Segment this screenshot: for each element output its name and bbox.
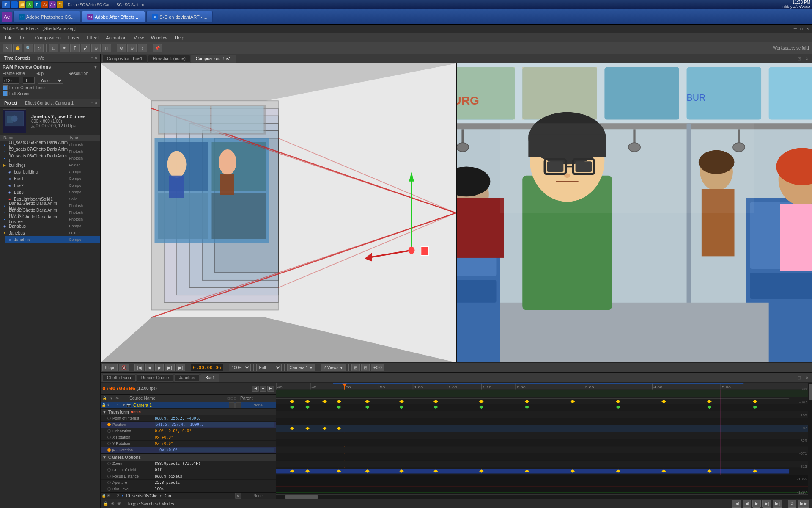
l2-solo[interactable]: ☀: [107, 494, 110, 498]
tool-eraser[interactable]: ◻: [102, 44, 111, 52]
panel-close-icon[interactable]: ✕: [94, 56, 98, 61]
close-button[interactable]: ✕: [806, 26, 809, 31]
play-btn[interactable]: ▶: [155, 364, 164, 371]
tab-janebus[interactable]: Janebus: [174, 374, 200, 382]
list-item[interactable]: ▪ Daria3/Ghetto Daria Anim bus_ee Photos…: [0, 216, 100, 223]
effect-controls-tab[interactable]: Effect Controls: Camera 1: [23, 100, 75, 106]
tool-camera-orbit[interactable]: ⊙: [117, 44, 126, 52]
list-item[interactable]: ◈ Bus3 Compo: [5, 189, 100, 196]
timeline-scrollbar-v[interactable]: [808, 383, 812, 499]
safe-zones-btn[interactable]: ⊟: [361, 364, 370, 371]
layer-row-camera[interactable]: 🔒 ☀ 1 ▼ 📷 Camera 1 None: [101, 402, 276, 409]
next-frame-btn[interactable]: ▶|: [165, 364, 175, 371]
frame-rate-input[interactable]: [3, 77, 19, 84]
transform-reset[interactable]: Reset: [131, 410, 141, 414]
fd-dot[interactable]: [107, 475, 111, 478]
list-item[interactable]: ◈ Bus1 Compo: [5, 175, 100, 182]
l2-switch[interactable]: fx: [235, 493, 241, 499]
menu-window[interactable]: Window: [148, 34, 171, 41]
panel-menu-icon[interactable]: ≡: [91, 56, 93, 61]
maximize-button[interactable]: □: [800, 26, 803, 31]
tool-camera-track[interactable]: ⊕: [127, 44, 137, 52]
taskbar-icon-fl[interactable]: Fl: [57, 1, 63, 8]
position-keyframe-dot[interactable]: [107, 423, 111, 426]
time-controls-tab[interactable]: Time Controls: [3, 55, 32, 61]
tl-expand-icon[interactable]: ⊡: [796, 375, 803, 380]
xrot-keyframe-dot[interactable]: [107, 436, 111, 439]
taskbar-icon-ae[interactable]: Ae: [49, 1, 56, 8]
tab-render-queue[interactable]: Render Queue: [137, 374, 174, 382]
grid-btn[interactable]: ⊞: [351, 364, 360, 371]
taskbar-icon-ai[interactable]: Ai: [41, 1, 48, 8]
list-item[interactable]: ▶ buildings Folder: [0, 162, 100, 168]
list-item[interactable]: ◈ bus_building Compo: [5, 168, 100, 175]
visibility-col[interactable]: 👁: [115, 396, 119, 400]
tl-prev-key[interactable]: ◀: [252, 386, 259, 392]
menu-effect[interactable]: Effect: [83, 34, 102, 41]
camera-options-header[interactable]: ▼ Camera Options: [101, 454, 276, 461]
flowchart-tab[interactable]: Flowchart: (none): [148, 55, 190, 63]
taskbar-icon-ie[interactable]: e: [11, 1, 18, 8]
camera-expand-icon[interactable]: ▼: [122, 403, 126, 407]
list-item[interactable]: ▪ 10_seats 08/Ghetto DariaAnim b Photosh: [0, 155, 100, 162]
menu-animation[interactable]: Animation: [102, 34, 130, 41]
comp-bus1-tab[interactable]: Composition: Bus1: [191, 55, 236, 63]
layer-solo[interactable]: ☀: [107, 403, 110, 407]
tab-ghetto-daria[interactable]: Ghetto Daria: [102, 374, 136, 382]
scrollbar-thumb-v[interactable]: [809, 384, 812, 400]
layer-lock[interactable]: 🔒: [102, 403, 106, 407]
dof-value[interactable]: Off: [155, 468, 274, 472]
bpc-btn[interactable]: 8 bpc: [102, 364, 118, 371]
project-tab[interactable]: Project: [3, 100, 19, 106]
photoshop-tab[interactable]: P Adobe Photoshop CS...: [13, 11, 80, 23]
solo-col[interactable]: ☀: [110, 396, 113, 400]
timeline-scrollbar-h[interactable]: [276, 494, 808, 499]
loop-btn[interactable]: ↺: [788, 500, 796, 508]
lock-icon[interactable]: 🔒: [103, 501, 108, 506]
quality-dropdown[interactable]: Full Half Quarter: [256, 364, 282, 371]
browser-tab[interactable]: e S-C on deviantART - ...: [146, 11, 213, 23]
toggle-switches-btn[interactable]: Toggle Switches / Modes: [127, 501, 174, 506]
tl-add-key[interactable]: ◆: [260, 386, 266, 392]
visibility-icon[interactable]: 👁: [117, 501, 121, 506]
project-close-icon[interactable]: ✕: [94, 101, 98, 105]
tab-bus1[interactable]: Bus1: [200, 374, 219, 382]
menu-composition[interactable]: Composition: [32, 34, 64, 41]
zoom-dot[interactable]: [107, 462, 111, 465]
list-item[interactable]: ◈ Janebus Compo: [5, 236, 100, 243]
menu-help[interactable]: Help: [171, 34, 188, 41]
list-item[interactable]: ◈ Bus2 Compo: [5, 182, 100, 189]
taskbar-icon-ps[interactable]: P: [34, 1, 41, 8]
aperture-value[interactable]: 25.3 pixels: [155, 480, 274, 485]
tl-next-key[interactable]: ▶: [267, 386, 274, 392]
menu-layer[interactable]: Layer: [65, 34, 83, 41]
tool-zoom[interactable]: 🔍: [24, 44, 33, 52]
active-camera-btn[interactable]: Camera 1 ▼: [287, 364, 316, 371]
menu-edit[interactable]: Edit: [16, 34, 31, 41]
position-value[interactable]: 641.5, 357.4, -1909.5: [155, 422, 274, 427]
tool-arrow[interactable]: ↖: [3, 44, 12, 52]
full-screen-checkbox[interactable]: [3, 91, 8, 96]
prop-transform-header[interactable]: ▼ Transform Reset: [101, 409, 276, 415]
layer-row-2[interactable]: 🔒 ☀ 2 ▪ 10_seats 08/Ghetto Dari fx None: [101, 493, 276, 499]
poi-value[interactable]: 888.9, 356.2, -480.8: [155, 416, 274, 420]
tool-rect[interactable]: □: [49, 44, 58, 52]
list-item[interactable]: ▼ Janebus Folder: [0, 229, 100, 236]
zrot-keyframe-dot[interactable]: [107, 448, 111, 452]
scrollbar-thumb-h[interactable]: [285, 495, 318, 499]
go-end-btn[interactable]: ▶|: [176, 364, 186, 371]
ram-preview-bottom[interactable]: ▶▶: [798, 500, 809, 508]
start-button[interactable]: ⊞: [2, 1, 10, 8]
prev-frame-bottom[interactable]: ◀: [743, 500, 751, 508]
aftereffects-tab[interactable]: Ae Adobe After Effects ...: [82, 11, 145, 23]
play-bottom[interactable]: ▶: [752, 500, 761, 508]
skip-input[interactable]: [23, 77, 35, 84]
prev-frame-btn[interactable]: ◀: [145, 364, 154, 371]
zoom-dropdown[interactable]: 100% 50% 200% Fit: [229, 364, 251, 371]
list-item[interactable]: ◈ Dariabus Compo: [0, 223, 100, 229]
zrot-value[interactable]: 0x +0.0°: [159, 448, 274, 452]
menu-file[interactable]: File: [2, 34, 16, 41]
focus-dist-value[interactable]: 888.9 pixels: [155, 474, 274, 478]
info-tab[interactable]: Info: [36, 55, 46, 61]
tool-text[interactable]: T: [70, 44, 80, 52]
